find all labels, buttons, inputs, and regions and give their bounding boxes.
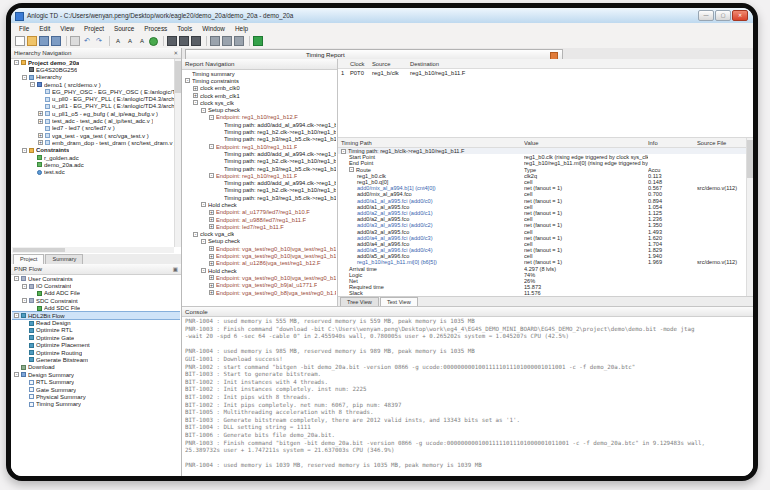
tab-summary[interactable]: Summary — [45, 254, 83, 264]
tree-item[interactable]: -Setup check — [183, 106, 336, 113]
tree-item[interactable]: Gate Summary — [12, 386, 180, 393]
table-row[interactable]: add0/a4_al_a996.fci (add0/c3)net (fanout… — [338, 235, 746, 241]
expand-toggle[interactable]: - — [193, 100, 198, 105]
console-output[interactable]: PNR-1004 : used memory is 555 MB, reserv… — [185, 318, 751, 476]
cut-button[interactable] — [70, 36, 80, 46]
tree-item[interactable]: Read Design — [12, 319, 180, 326]
table-row[interactable]: add0/a5_al_a996.fci (add0/c4)net (fanout… — [338, 247, 746, 253]
tree-item[interactable]: Generate Bitstream — [12, 356, 180, 363]
chip-view-button[interactable] — [167, 36, 177, 46]
table-row[interactable]: add0/a1_al_a995.fci (add0/c0)net (fanout… — [338, 198, 746, 204]
tree-item[interactable]: Optimize Routing — [12, 349, 180, 356]
expand-toggle[interactable]: + — [209, 217, 214, 222]
tree-item[interactable]: +Endpoint: al_u1286|vga_test/reg1_b12.F — [183, 260, 336, 267]
tree-item[interactable]: Optimize Gate — [12, 334, 180, 341]
table-row[interactable]: add0/a3_al_a995.fcocell1.493 — [338, 228, 746, 234]
expand-toggle[interactable]: + — [209, 283, 214, 288]
menu-tools[interactable]: Tools — [172, 23, 197, 34]
tree-item[interactable]: -Hold check — [183, 201, 336, 208]
tree-item[interactable]: Timing path: reg1_b2.clk->reg1_b10/reg1_… — [183, 128, 336, 135]
tree-item[interactable]: +Endpoint: al_u1779/led7/reg1_b10.F — [183, 209, 336, 216]
expand-toggle[interactable]: - — [201, 268, 206, 273]
expand-toggle[interactable]: - — [201, 108, 206, 113]
expand-toggle[interactable]: - — [209, 173, 214, 178]
tree-item[interactable]: Timing path: reg1_b3/reg1_b5.clk->reg1_b… — [183, 165, 336, 172]
tree-item[interactable]: +Endpoint: vga_test/reg0_b10|vga_test/re… — [183, 245, 336, 252]
tree-item[interactable]: Optimize Placement — [12, 342, 180, 349]
expand-toggle[interactable]: - — [22, 148, 27, 153]
expand-toggle[interactable]: - — [22, 298, 27, 303]
expand-toggle[interactable]: - — [22, 75, 27, 80]
expand-toggle[interactable]: + — [209, 254, 214, 259]
menu-process[interactable]: Process — [139, 23, 172, 34]
netlist-view-button[interactable] — [191, 36, 201, 46]
tree-item[interactable]: +vga_test - vga_test ( src/vga_test.v ) — [12, 132, 174, 139]
table-view-button[interactable] — [234, 36, 244, 46]
tab-timing-report[interactable]: Timing Report — [185, 49, 563, 59]
save-all-button[interactable] — [51, 36, 61, 46]
tree-item[interactable]: +Endpoint: vga_test/reg0_b10|vga_test/re… — [183, 252, 336, 259]
menu-window[interactable]: Window — [197, 23, 230, 34]
tree-item[interactable]: Timing path: add0/add_al_a994.clk->reg1_… — [183, 150, 336, 157]
expand-toggle[interactable]: - — [30, 82, 35, 87]
tree-item[interactable]: +Endpoint: led7/reg1_b11.F — [183, 223, 336, 230]
table-row[interactable]: add0/a2_al_a995.fcocell1.236 — [338, 216, 746, 222]
expand-toggle[interactable]: + — [209, 224, 214, 229]
tree-item[interactable]: r_golden.adc — [12, 154, 174, 161]
font-increase-button[interactable]: A — [137, 36, 147, 46]
expand-toggle[interactable]: - — [201, 239, 206, 244]
tree-item[interactable]: -Endpoint: reg1_b10/reg1_b11.F — [183, 172, 336, 179]
tree-item[interactable]: Timing path: add0/add_al_a994.clk->reg1_… — [183, 179, 336, 186]
tree-item[interactable]: -Hierarchy — [12, 74, 174, 81]
clock-column-header[interactable]: Clock — [350, 61, 372, 67]
expand-toggle[interactable]: + — [38, 119, 43, 124]
maximize-button[interactable]: ▢ — [715, 10, 731, 21]
tab-project[interactable]: Project — [13, 254, 44, 264]
expand-toggle[interactable]: + — [209, 210, 214, 215]
menu-file[interactable]: File — [14, 23, 34, 34]
tree-item[interactable]: Optimize RTL — [12, 327, 180, 334]
device-button[interactable] — [253, 36, 263, 46]
tree-item[interactable]: +test_adc - test_adc ( al_ip/test_adc.v … — [12, 117, 174, 124]
run-button[interactable] — [149, 37, 158, 46]
value-column-header[interactable]: Value — [524, 140, 648, 146]
tree-item[interactable]: -Setup check — [183, 238, 336, 245]
tree-item[interactable]: +clock emb_clk1 — [183, 92, 336, 99]
expand-toggle[interactable]: + — [209, 246, 214, 251]
expand-toggle[interactable]: + — [38, 111, 43, 116]
tree-item[interactable]: -User Constraints — [12, 275, 180, 282]
vertical-scrollbar[interactable] — [174, 59, 181, 247]
tree-item[interactable]: +Endpoint: vga_test/reg0_b10|vga_test/re… — [183, 274, 336, 281]
expand-toggle[interactable]: + — [209, 290, 214, 295]
timing-path-column-header[interactable]: Timing Path — [338, 140, 524, 146]
menu-view[interactable]: View — [55, 23, 79, 34]
open-folder-button[interactable] — [27, 36, 37, 46]
expand-toggle[interactable]: - — [185, 78, 190, 83]
expand-toggle[interactable]: - — [349, 167, 354, 172]
expand-toggle[interactable]: - — [193, 232, 198, 237]
tree-item[interactable]: -clock vga_clk — [183, 231, 336, 238]
tree-item[interactable]: -HDL2Bit Flow — [12, 312, 180, 319]
tree-item[interactable]: +emb_dram_dop - test_dram ( src/test_dra… — [12, 139, 174, 146]
tree-item[interactable]: Add ADC File — [12, 290, 180, 297]
expand-toggle[interactable]: + — [209, 275, 214, 280]
tree-item[interactable]: -IO Constraint — [12, 282, 180, 289]
tree-item[interactable]: demo_20a.adc — [12, 161, 174, 168]
tree-item[interactable]: -Hold check — [183, 267, 336, 274]
minimize-button[interactable]: — — [698, 10, 714, 21]
table-row[interactable]: 1P0T0reg1_b/clkreg1_b10/reg1_b11.F — [338, 69, 753, 77]
menu-edit[interactable]: Edit — [34, 23, 55, 34]
pin-icon[interactable]: ▣ — [173, 264, 178, 274]
tree-item[interactable]: EG4S20BG256 — [12, 66, 174, 73]
undo-button[interactable]: ↶ — [82, 36, 92, 46]
table-row[interactable]: add0/a4_al_a996.fcocell1.704 — [338, 241, 746, 247]
source-column-header[interactable]: Source — [372, 61, 410, 67]
save-button[interactable] — [39, 36, 49, 46]
menu-help[interactable]: Help — [230, 23, 253, 34]
menu-source[interactable]: Source — [109, 23, 139, 34]
probe-button[interactable] — [210, 36, 220, 46]
tree-item[interactable]: Timing path: reg1_b2.clk->reg1_b10/reg1_… — [183, 187, 336, 194]
expand-toggle[interactable]: - — [14, 313, 19, 318]
font-decrease-button[interactable]: A — [113, 36, 123, 46]
table-row[interactable]: add0/a2_al_a995.fci (add0/c1)net (fanout… — [338, 210, 746, 216]
